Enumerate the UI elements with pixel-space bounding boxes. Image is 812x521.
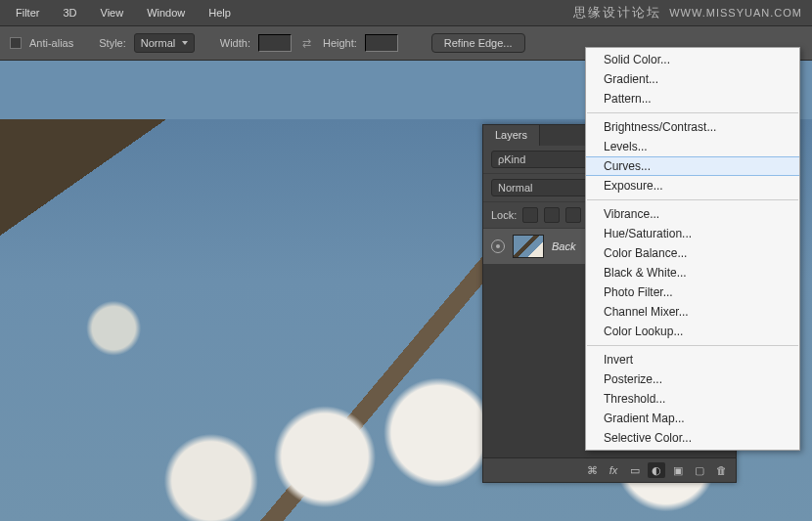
antialias-label: Anti-alias — [29, 37, 73, 49]
style-value: Normal — [141, 37, 175, 49]
menu-item-black-white[interactable]: Black & White... — [586, 263, 799, 282]
menu-view[interactable]: View — [89, 7, 136, 19]
lock-label: Lock: — [491, 209, 517, 221]
width-input[interactable] — [258, 34, 292, 52]
mask-icon[interactable]: ▭ — [626, 462, 644, 478]
menu-item-color-balance[interactable]: Color Balance... — [586, 243, 799, 263]
refine-edge-label: Refine Edge... — [444, 37, 513, 49]
lock-transparency-icon[interactable] — [522, 207, 538, 223]
fx-icon[interactable]: fx — [605, 462, 622, 478]
menu-item-curves[interactable]: Curves... — [586, 156, 799, 176]
kind-label: Kind — [504, 153, 525, 165]
menu-separator — [587, 345, 798, 346]
menu-item-invert[interactable]: Invert — [586, 350, 799, 369]
blend-mode-value: Normal — [498, 182, 532, 194]
menu-item-color-lookup[interactable]: Color Lookup... — [586, 322, 799, 341]
width-label: Width: — [220, 37, 250, 49]
lock-position-icon[interactable] — [565, 207, 581, 223]
menu-item-hue-saturation[interactable]: Hue/Saturation... — [586, 224, 799, 243]
watermark: 思缘设计论坛 WWW.MISSYUAN.COM — [573, 4, 802, 22]
layer-name[interactable]: Back — [552, 240, 575, 252]
menu-separator — [587, 199, 798, 200]
menu-item-solid-color[interactable]: Solid Color... — [586, 50, 799, 69]
adjustment-menu-popup: Solid Color...Gradient...Pattern...Brigh… — [585, 47, 800, 451]
layer-thumbnail[interactable] — [513, 235, 544, 258]
style-select[interactable]: Normal — [134, 33, 195, 53]
menu-item-channel-mixer[interactable]: Channel Mixer... — [586, 302, 799, 322]
lock-pixels-icon[interactable] — [544, 207, 560, 223]
watermark-cn: 思缘设计论坛 — [573, 4, 661, 22]
menu-item-selective-color[interactable]: Selective Color... — [586, 428, 799, 448]
swap-dimensions-icon[interactable]: ⇄ — [299, 35, 315, 51]
menu-item-photo-filter[interactable]: Photo Filter... — [586, 282, 799, 302]
chevron-down-icon — [182, 41, 188, 45]
menu-item-pattern[interactable]: Pattern... — [586, 89, 799, 109]
link-layers-icon[interactable]: ⌘ — [583, 462, 601, 478]
menu-help[interactable]: Help — [197, 7, 243, 19]
style-label: Style: — [99, 37, 126, 49]
menu-item-posterize[interactable]: Posterize... — [586, 369, 799, 389]
menu-item-exposure[interactable]: Exposure... — [586, 176, 799, 195]
antialias-checkbox[interactable] — [10, 37, 22, 49]
delete-layer-icon[interactable]: 🗑 — [712, 462, 730, 478]
height-label: Height: — [323, 37, 357, 49]
adjustment-layer-icon[interactable]: ◐ — [648, 462, 665, 478]
layers-bottom-bar: ⌘ fx ▭ ◐ ▣ ▢ 🗑 — [483, 457, 736, 482]
menu-item-gradient-map[interactable]: Gradient Map... — [586, 409, 799, 428]
new-layer-icon[interactable]: ▢ — [691, 462, 708, 478]
tab-layers[interactable]: Layers — [483, 125, 540, 146]
menu-item-levels[interactable]: Levels... — [586, 137, 799, 156]
menu-item-vibrance[interactable]: Vibrance... — [586, 204, 799, 224]
menu-item-gradient[interactable]: Gradient... — [586, 69, 799, 89]
watermark-url: WWW.MISSYUAN.COM — [669, 7, 802, 19]
group-icon[interactable]: ▣ — [669, 462, 687, 478]
visibility-eye-icon[interactable] — [491, 239, 505, 253]
menu-window[interactable]: Window — [135, 7, 197, 19]
menu-item-threshold[interactable]: Threshold... — [586, 389, 799, 409]
menu-3d[interactable]: 3D — [51, 7, 88, 19]
menu-separator — [587, 112, 798, 113]
refine-edge-button[interactable]: Refine Edge... — [431, 33, 525, 53]
tab-layers-label: Layers — [495, 129, 527, 141]
menu-filter[interactable]: Filter — [4, 7, 51, 19]
height-input[interactable] — [365, 34, 398, 52]
menu-item-brightness-contrast[interactable]: Brightness/Contrast... — [586, 117, 799, 137]
